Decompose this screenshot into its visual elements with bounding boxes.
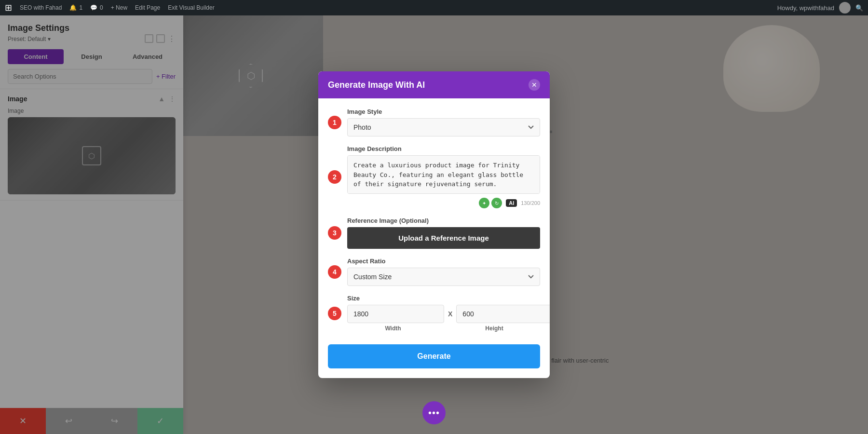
bell-icon: 🔔 (69, 4, 77, 11)
image-description-textarea[interactable]: Create a luxurious product image for Tri… (347, 155, 540, 194)
site-name[interactable]: SEO with Fahad (20, 4, 62, 11)
image-style-label: Image Style (347, 108, 540, 115)
generate-button[interactable]: Generate (328, 344, 540, 368)
reference-image-group: 3 Reference Image (Optional) Upload a Re… (347, 217, 540, 249)
size-x-separator: X (448, 310, 452, 318)
green-circle-1[interactable]: ✦ (479, 198, 489, 208)
height-input[interactable] (456, 305, 550, 323)
upload-reference-image-button[interactable]: Upload a Reference Image (347, 227, 540, 249)
exit-visual-builder[interactable]: Exit Visual Builder (168, 4, 215, 11)
edit-page-link[interactable]: Edit Page (135, 4, 160, 11)
step-1-circle: 1 (328, 116, 341, 129)
width-label: Width (347, 325, 439, 332)
textarea-wrap: Create a luxurious product image for Tri… (347, 155, 540, 208)
modal-header: Generate Image With AI ✕ (318, 71, 550, 98)
step-4-circle: 4 (328, 265, 341, 279)
image-style-group: 1 Image Style Photo (347, 108, 540, 136)
step-5-circle: 5 (328, 307, 341, 320)
aspect-ratio-select[interactable]: Custom Size (347, 268, 540, 286)
modal-close-button[interactable]: ✕ (529, 79, 540, 91)
aspect-ratio-label: Aspect Ratio (347, 258, 540, 265)
reference-image-label: Reference Image (Optional) (347, 217, 540, 224)
ai-icon-group: ✦ ↻ (479, 198, 502, 208)
green-circle-2[interactable]: ↻ (491, 198, 502, 208)
notifications[interactable]: 🔔 1 (69, 4, 82, 11)
howdy-text: Howdy, wpwithfahad (777, 4, 834, 12)
comment-icon: 💬 (90, 4, 97, 11)
image-style-select[interactable]: Photo (347, 118, 540, 136)
width-input[interactable] (347, 305, 444, 323)
generate-image-modal: Generate Image With AI ✕ 1 Image Style P… (318, 71, 550, 378)
ai-badge: AI (506, 199, 517, 207)
admin-bar-right: Howdy, wpwithfahad 🔍 (777, 2, 863, 14)
admin-bar: ⊞ SEO with Fahad 🔔 1 💬 0 + New Edit Page… (0, 0, 868, 15)
image-description-group: 2 Image Description Create a luxurious p… (347, 145, 540, 208)
new-button[interactable]: + New (111, 4, 127, 11)
comments[interactable]: 💬 0 (90, 4, 103, 11)
floating-menu-button[interactable]: ••• (422, 401, 446, 424)
image-description-label: Image Description (347, 145, 540, 152)
textarea-footer: ✦ ↻ AI 130/200 (347, 198, 540, 208)
size-group: 5 Size X Width Height (347, 295, 540, 332)
avatar (839, 2, 851, 14)
modal-body: 1 Image Style Photo 2 Image Description … (318, 98, 550, 378)
step-2-circle: 2 (328, 170, 341, 184)
size-labels-row: Width Height (347, 325, 540, 332)
char-count: 130/200 (521, 200, 540, 206)
aspect-ratio-group: 4 Aspect Ratio Custom Size (347, 258, 540, 286)
height-label: Height (448, 325, 540, 332)
size-input-row: X (347, 305, 540, 323)
step-3-circle: 3 (328, 226, 341, 240)
size-label: Size (347, 295, 540, 302)
wp-logo-icon[interactable]: ⊞ (5, 2, 12, 13)
page-background: ⬡ inity Beaulle Co. E ign Lead View Proj… (0, 15, 868, 434)
modal-title: Generate Image With AI (328, 80, 425, 90)
search-icon[interactable]: 🔍 (855, 4, 863, 12)
